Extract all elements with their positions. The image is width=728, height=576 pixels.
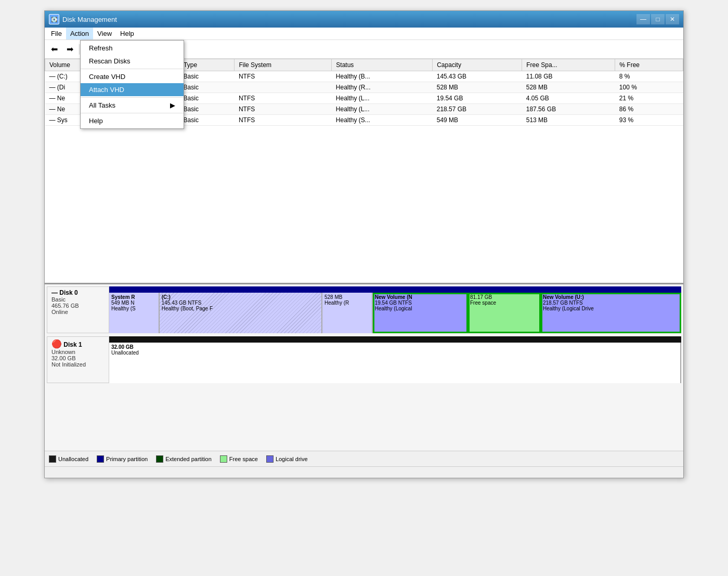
seg-label: New Volume (U:) <box>543 294 678 300</box>
disk-name: 🔴 Disk 1 <box>51 339 105 349</box>
disk-label: 🔴 Disk 1 Unknown 32.00 GB Not Initialize… <box>47 336 109 383</box>
disk-row: — Disk 0 Basic 465.76 GB Online System R… <box>47 286 681 333</box>
cell-type: Basic <box>179 93 235 104</box>
vol-dash: — <box>49 95 57 102</box>
cell-type: Basic <box>179 82 235 93</box>
disk-status: Not Initialized <box>51 361 105 368</box>
cell-pct: 21 % <box>615 93 683 104</box>
cell-free: 11.08 GB <box>522 71 615 82</box>
window-controls: — □ ✕ <box>636 14 679 24</box>
seg-sub: 528 MB <box>324 294 370 300</box>
seg-sub2: Healthy (Logical <box>375 306 465 311</box>
cell-type: Basic <box>179 115 235 126</box>
menu-view[interactable]: View <box>93 28 116 40</box>
legend-item: Unallocated <box>49 455 88 463</box>
cell-pct: 8 % <box>615 71 683 82</box>
menu-separator-2 <box>81 97 184 98</box>
cell-type: Basic <box>179 71 235 82</box>
disk-size: 32.00 GB <box>51 355 105 361</box>
disk-segments-row: 32.00 GB Unallocated <box>109 343 681 383</box>
disk-segment[interactable]: New Volume (N 19.54 GB NTFS Healthy (Log… <box>373 293 468 333</box>
cell-free: 4.05 GB <box>522 93 615 104</box>
cell-free: 187.56 GB <box>522 104 615 115</box>
disk-segments-row: System R 549 MB N Healthy (S (C:) 145.43… <box>109 293 681 333</box>
cell-capacity: 549 MB <box>433 115 522 126</box>
menu-file[interactable]: File <box>47 28 66 40</box>
minimize-button[interactable]: — <box>636 14 650 24</box>
cell-capacity: 528 MB <box>433 82 522 93</box>
seg-label: New Volume (N <box>375 294 465 300</box>
disk-segments-container: System R 549 MB N Healthy (S (C:) 145.43… <box>109 286 681 333</box>
disk-segment[interactable]: System R 549 MB N Healthy (S <box>109 293 160 333</box>
seg-sub2: Free space <box>470 300 538 306</box>
menu-item-refresh[interactable]: Refresh <box>81 42 184 55</box>
seg-sub2: Healthy (S <box>111 306 157 311</box>
menu-item-rescan[interactable]: Rescan Disks <box>81 55 184 68</box>
seg-sub: 218.57 GB NTFS <box>543 300 678 306</box>
cell-free: 513 MB <box>522 115 615 126</box>
menu-item-help[interactable]: Help <box>81 114 184 127</box>
cell-capacity: 145.43 GB <box>433 71 522 82</box>
titlebar: 💽 Disk Management — □ ✕ <box>45 11 683 28</box>
legend-label: Unallocated <box>58 456 88 462</box>
back-button[interactable]: ⬅ <box>47 42 61 57</box>
cell-filesystem: NTFS <box>235 93 332 104</box>
seg-sub: 19.54 GB NTFS <box>375 300 465 306</box>
menu-separator-3 <box>81 113 184 113</box>
vol-dash: — <box>49 73 57 80</box>
col-status: Status <box>332 59 433 71</box>
disk-segment[interactable]: 528 MB Healthy (R <box>322 293 373 333</box>
cell-capacity: 218.57 GB <box>433 104 522 115</box>
cell-status: Healthy (S... <box>332 115 433 126</box>
seg-sub2: Healthy (Logical Drive <box>543 306 678 311</box>
disk-size: 465.76 GB <box>51 303 105 309</box>
legend-label: Free space <box>229 456 258 462</box>
cell-pct: 100 % <box>615 82 683 93</box>
maximize-button[interactable]: □ <box>651 14 665 24</box>
menu-item-create-vhd[interactable]: Create VHD <box>81 70 184 83</box>
vol-dash: — <box>49 116 57 124</box>
statusbar <box>45 466 683 478</box>
cell-filesystem: NTFS <box>235 104 332 115</box>
menu-action[interactable]: Action <box>66 28 93 40</box>
legend-label: Primary partition <box>106 456 148 462</box>
cell-free: 528 MB <box>522 82 615 93</box>
cell-status: Healthy (L... <box>332 104 433 115</box>
seg-label: 32.00 GB <box>111 344 678 350</box>
disk-segment[interactable]: 81.17 GB Free space <box>468 293 541 333</box>
menu-item-all-tasks[interactable]: All Tasks ▶ <box>81 99 184 112</box>
menu-item-attach-vhd[interactable]: Attach VHD <box>81 83 184 96</box>
seg-sub: 145.43 GB NTFS <box>162 300 319 306</box>
cell-status: Healthy (R... <box>332 82 433 93</box>
disk-name: — Disk 0 <box>51 289 105 296</box>
cell-filesystem: NTFS <box>235 115 332 126</box>
submenu-arrow-icon: ▶ <box>170 101 175 109</box>
legend-color-box <box>49 455 56 463</box>
cell-pct: 86 % <box>615 104 683 115</box>
close-button[interactable]: ✕ <box>666 14 679 24</box>
disk-segment[interactable]: (C:) 145.43 GB NTFS Healthy (Boot, Page … <box>160 293 322 333</box>
seg-sub2: Healthy (R <box>324 300 370 306</box>
cell-filesystem <box>235 82 332 93</box>
action-dropdown-menu: Refresh Rescan Disks Create VHD Attach V… <box>80 40 184 129</box>
disk-type: Unknown <box>51 349 105 355</box>
disk-segment[interactable]: New Volume (U:) 218.57 GB NTFS Healthy (… <box>541 293 681 333</box>
legend-color-box <box>156 455 163 463</box>
disk-visual-area: — Disk 0 Basic 465.76 GB Online System R… <box>45 284 683 451</box>
forward-button[interactable]: ➡ <box>62 42 77 57</box>
legend-item: Extended partition <box>156 455 212 463</box>
legend-color-box <box>266 455 274 463</box>
menubar: File Action View Help Refresh Rescan Dis… <box>45 28 683 40</box>
disk-segments-container: 32.00 GB Unallocated <box>109 336 681 383</box>
col-capacity: Capacity <box>433 59 522 71</box>
disk-segment[interactable]: 32.00 GB Unallocated <box>109 343 681 383</box>
vol-dash: — <box>49 84 57 91</box>
disk-label: — Disk 0 Basic 465.76 GB Online <box>47 286 109 333</box>
menu-help[interactable]: Help <box>116 28 138 40</box>
seg-sub: 549 MB N <box>111 300 157 306</box>
seg-sub2: Healthy (Boot, Page F <box>162 306 319 311</box>
all-tasks-label: All Tasks <box>89 101 115 109</box>
col-free-space: Free Spa... <box>522 59 615 71</box>
col-filesystem: File System <box>235 59 332 71</box>
disk-management-window: 💽 Disk Management — □ ✕ File Action View… <box>44 10 684 478</box>
